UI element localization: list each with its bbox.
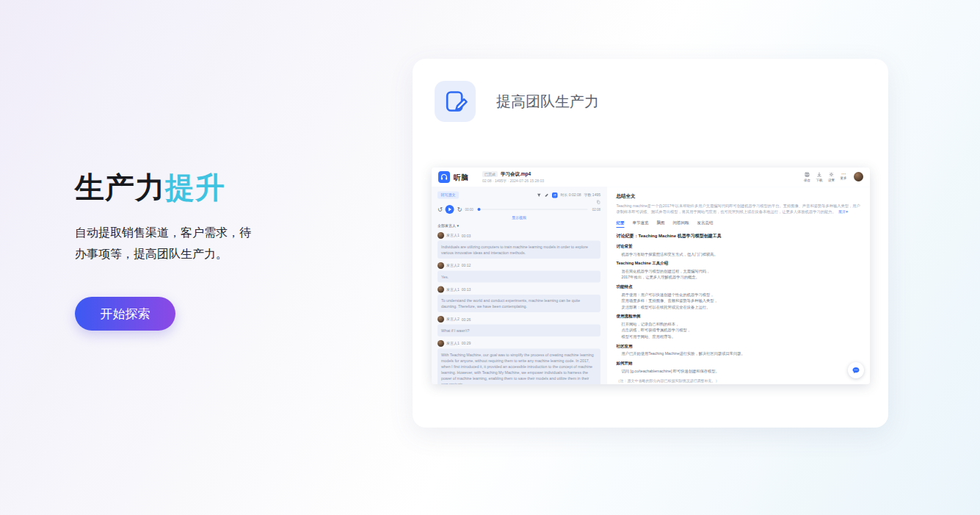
card-header: 提高团队生产力 [435,81,599,122]
tab-minutes[interactable]: 纪要 [617,220,625,228]
app-header: 听脑 已完成 学习会议.mp4 02:08 · 1495字 · 2024-07-… [432,168,870,187]
play-button[interactable] [446,205,454,214]
avatar[interactable] [854,172,863,181]
hero-description-line1: 自动提取销售渠道，客户需求，待 [75,226,251,239]
app-window: 听脑 已完成 学习会议.mp4 02:08 · 1495字 · 2024-07-… [432,168,870,384]
forward-icon[interactable]: ↻ [457,206,462,213]
speaker-name: 发言人2 [446,317,460,322]
save-button[interactable]: 保存 [804,172,810,183]
message-time: 00:12 [462,264,471,268]
app-body: 转写原文 译 时长 0:02:08 字数 1495 [432,187,870,385]
settings-button[interactable]: 设置 [828,172,835,183]
message-time: 00:29 [462,342,471,346]
more-icon: ⋯ [841,172,846,176]
speaker-name: 发言人1 [446,287,460,292]
tab-speaker-summary[interactable]: 发言总结 [697,220,714,228]
duration-label: 时长 0:02:08 [560,192,581,198]
edit-icon[interactable] [544,192,549,198]
speaker-avatar [438,262,444,269]
chat-message: 发言人100:03 Individuals are utilizing comp… [438,232,600,259]
minutes-heading: 讨论纪要：Teaching Machine 机器学习模型创建工具 [617,233,861,240]
filter-icon[interactable] [537,192,542,198]
chat-message: 发言人100:13 To understand the world and co… [438,286,600,312]
message-time: 00:26 [462,317,471,322]
hero-section: 生产力提升 自动提取销售渠道，客户需求，待 办事项等，提高团队生产力。 开始探索 [75,169,354,331]
feature-card: 提高团队生产力 听脑 已完成 [413,59,888,428]
summary-footnote: （注：原文中省略的部分内容已根据实际情况进行调整补充。） [617,378,861,383]
app-logo-text: 听脑 [454,172,468,182]
file-info: 已完成 学习会议.mp4 02:08 · 1495字 · 2024-07-26 … [482,170,544,184]
transcript-tag: 转写原文 [438,192,459,199]
speaker-avatar [438,316,444,323]
progress-knob[interactable] [478,208,481,211]
page-title: 生产力提升 [75,169,354,206]
more-button[interactable]: ⋯ 更多 [841,172,847,181]
summary-panel: 总结全文 Teaching machine是一个自2017年以来帮助许多用户无需… [606,187,870,385]
message-bubble: Yes. [438,270,600,282]
chat-message: 发言人200:12 Yes. [438,262,600,283]
summary-tabs: 纪要 章节速览 脑图 问答回顾 发言总结 [617,220,861,228]
download-icon [817,172,822,177]
message-bubble: To understand the world and conduct expe… [438,295,600,312]
tab-mindmap[interactable]: 脑图 [657,220,665,228]
expand-link[interactable]: 展开▾ [838,209,848,214]
speaker-name: 发言人1 [446,233,460,238]
speaker-avatar [438,286,444,292]
summary-abstract: Teaching machine是一个自2017年以来帮助许多用户无需编写代码即… [617,203,861,215]
message-time: 00:13 [462,287,471,292]
chat-message: 发言人100:29 With Teaching Machine, our goa… [438,340,600,384]
summary-title: 总结全文 [617,193,861,200]
summary-section: 社区应用 用户已开始使用Teaching Machine进行实验，解决社区问题或… [617,343,861,356]
speaker-name: 发言人1 [446,341,460,346]
progress-bar[interactable] [478,209,588,210]
transcript-panel: 转写原文 译 时长 0:02:08 字数 1495 [432,187,606,385]
transcript-toolbar: 转写原文 译 时长 0:02:08 字数 1495 [438,192,600,199]
summary-section: 讨论背景 机器学习有助于探索想法和交互方式，但入门门槛较高。 [617,243,861,256]
title-main: 生产力 [75,171,165,204]
word-count-label: 字数 1495 [584,192,600,198]
hero-description: 自动提取销售渠道，客户需求，待 办事项等，提高团队生产力。 [75,222,354,264]
tab-chapters[interactable]: 章节速览 [633,220,649,228]
speaker-avatar [438,232,444,239]
message-bubble: What if I wasn't? [438,325,600,336]
speaker-filter-dropdown[interactable]: 全部发言人 ▾ [438,223,600,228]
settings-icon [829,172,834,177]
message-bubble: With Teaching Machine, our goal was to s… [438,348,600,384]
file-meta: 02:08 · 1495字 · 2024-07-26 15:28:03 [482,179,544,184]
total-time: 02:08 [592,208,600,212]
explore-button[interactable]: 开始探索 [75,297,175,331]
copy-icon[interactable] [596,200,600,204]
note-pencil-icon [435,81,476,122]
summary-section: 使用流程示例 打开网站，记录自己和狗的样本， 点击训练，即可获得专属机器学习模型… [617,314,861,339]
show-video-link[interactable]: 显示视频 [438,215,600,220]
download-button[interactable]: 下载 [816,172,823,183]
chat-message: 发言人200:26 What if I wasn't? [438,316,600,336]
app-screenshot: 听脑 已完成 学习会议.mp4 02:08 · 1495字 · 2024-07-… [432,168,870,384]
file-name: 学习会议.mp4 [501,170,531,177]
current-time: 00:00 [465,208,473,212]
hero-description-line2: 办事项等，提高团队生产力。 [75,248,228,260]
chat-bubble-icon [852,366,860,375]
message-list: 发言人100:03 Individuals are utilizing comp… [438,232,600,384]
summary-section: Teaching Machine 工具介绍 旨在简化机器学习模型的创建过程，无需… [617,261,861,281]
file-status-badge: 已完成 [482,171,498,177]
app-logo-icon [438,171,450,183]
rewind-icon[interactable]: ↺ [438,206,443,213]
speaker-avatar [438,340,444,347]
translate-icon[interactable]: 译 [552,192,558,198]
message-time: 00:03 [462,234,471,238]
save-icon [805,172,810,177]
assistant-fab[interactable] [848,362,864,378]
speaker-name: 发言人2 [446,263,460,268]
summary-section: 如何开始 访问 [g.co/teachablemachine] 即可快速创建和保… [617,360,861,373]
tab-qa-review[interactable]: 问答回顾 [673,220,689,228]
message-bubble: Individuals are utilizing computers to t… [438,241,600,259]
card-title: 提高团队生产力 [496,92,599,112]
summary-section: 功能特点 易于使用：用户可以快速创建个性化的机器学习模型， 应用场景多样：支持图… [617,284,861,310]
title-accent: 提升 [165,171,225,204]
audio-player: ↺ ↻ 00:00 02:08 [438,205,600,214]
header-actions: 保存 下载 设置 ⋯ 更多 [804,172,863,183]
